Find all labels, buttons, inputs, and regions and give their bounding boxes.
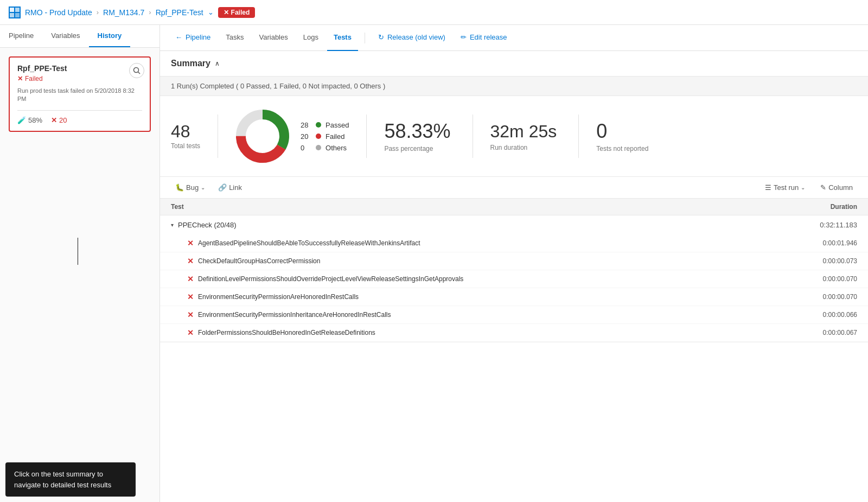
pass-pct-block: 58.33% Pass percentage	[384, 120, 472, 152]
svg-point-4	[134, 68, 139, 73]
collapse-icon[interactable]: ∧	[215, 60, 220, 67]
legend-others: 0 Others	[301, 144, 349, 152]
back-arrow-icon: ←	[175, 33, 182, 41]
test-group: ▾ PPECheck (20/48) 0:32:11.183 ✕ AgentBa…	[160, 215, 868, 342]
others-label: Others	[326, 144, 347, 152]
svg-rect-0	[10, 8, 14, 12]
nav-logs[interactable]: Logs	[297, 25, 325, 51]
summary-title: Summary	[171, 59, 210, 68]
test-item-duration-0: 0:00:01.946	[781, 239, 857, 247]
svg-rect-3	[15, 13, 20, 17]
run-duration-label: Run duration	[490, 144, 528, 151]
test-item-row[interactable]: ✕ DefinitionLevelPermissionsShouldOverri…	[160, 270, 868, 288]
toolbar-right: ☰ Test run ⌄ ✎ Column	[761, 181, 857, 194]
test-item-name-3: EnvironmentSecurityPermissionAreHonoredI…	[198, 293, 781, 301]
summary-header: Summary ∧	[160, 51, 868, 77]
test-table-header: Test Duration	[160, 199, 868, 215]
sidebar-content: Rpf_PPE-Test ✕ Failed Run prod tests tas…	[0, 48, 159, 502]
svg-rect-1	[15, 8, 20, 12]
test-item-row[interactable]: ✕ EnvironmentSecurityPermissionInheritan…	[160, 306, 868, 324]
test-group-row[interactable]: ▾ PPECheck (20/48) 0:32:11.183	[160, 215, 868, 234]
tooltip-text: Click on the test summary to navigate to…	[14, 470, 111, 489]
column-button[interactable]: ✎ Column	[816, 181, 857, 194]
nav-edit-release[interactable]: ✏ Edit release	[454, 25, 514, 51]
stage-footer: 🧪 58% ✕ 20	[17, 110, 142, 124]
nav-tests[interactable]: Tests	[327, 25, 358, 51]
sidebar-tab-pipeline[interactable]: Pipeline	[0, 25, 42, 47]
sidebar: Pipeline Variables History Rpf_PPE-Test …	[0, 25, 160, 502]
svg-point-9	[246, 120, 279, 152]
run-duration-block: 32m 25s Run duration	[490, 122, 579, 151]
app-logo	[9, 7, 21, 18]
sidebar-tab-history[interactable]: History	[89, 25, 131, 47]
stage-desc: Run prod tests task failed on 5/20/2018 …	[17, 87, 142, 104]
table-toolbar: 🐛 Bug ⌄ 🔗 Link ☰ Test run ⌄	[160, 177, 868, 199]
group-chevron-icon: ▾	[171, 222, 174, 228]
not-reported-label: Tests not reported	[596, 145, 648, 152]
sidebar-tabs: Pipeline Variables History	[0, 25, 159, 48]
tooltip-box: Click on the test summary to navigate to…	[5, 462, 136, 497]
test-item-duration-3: 0:00:00.070	[781, 293, 857, 301]
test-item-row[interactable]: ✕ CheckDefaultGroupHasCorrectPermission …	[160, 252, 868, 270]
test-item-name-5: FolderPermissionsShouldBeHonoredInGetRel…	[198, 329, 781, 336]
test-item-duration-4: 0:00:00.066	[781, 311, 857, 319]
others-dot	[316, 145, 321, 150]
test-run-dropdown-icon: ⌄	[801, 185, 805, 190]
col-duration-header: Duration	[781, 203, 857, 211]
stage-status: ✕ Failed	[17, 75, 142, 82]
legend-failed: 20 Failed	[301, 132, 349, 141]
stage-dropdown-icon[interactable]: ⌄	[208, 8, 214, 16]
test-item-row[interactable]: ✕ EnvironmentSecurityPermissionAreHonore…	[160, 288, 868, 306]
breadcrumb-sep2: ›	[149, 8, 151, 16]
tooltip-connector	[78, 238, 78, 265]
nav-variables[interactable]: Variables	[253, 25, 295, 51]
status-text: Failed	[231, 9, 250, 16]
test-item-name-2: DefinitionLevelPermissionsShouldOverride…	[198, 275, 781, 283]
flask-icon: 🧪	[17, 116, 26, 124]
nav-release-old[interactable]: ↻ Release (old view)	[372, 25, 452, 51]
stage-card[interactable]: Rpf_PPE-Test ✕ Failed Run prod tests tas…	[9, 56, 151, 132]
run-duration-number: 32m 25s	[490, 122, 557, 142]
stage-name[interactable]: Rpf_PPE-Test	[156, 8, 203, 17]
not-reported-number: 0	[596, 120, 607, 143]
total-tests-block: 48 Total tests	[171, 123, 218, 150]
nav-bar: ← Pipeline Tasks Variables Logs Tests ↻ …	[160, 25, 868, 51]
failed-count: 20	[301, 132, 311, 141]
donut-chart	[235, 109, 290, 163]
project-name[interactable]: RMO - Prod Update	[25, 8, 92, 17]
pass-pct-number: 58.33%	[384, 120, 450, 143]
sidebar-tab-variables[interactable]: Variables	[42, 25, 88, 47]
legend-passed: 28 Passed	[301, 121, 349, 129]
nav-tasks[interactable]: Tasks	[219, 25, 250, 51]
not-reported-block: 0 Tests not reported	[596, 120, 666, 152]
test-item-row[interactable]: ✕ FolderPermissionsShouldBeHonoredInGetR…	[160, 324, 868, 342]
bug-button[interactable]: 🐛 Bug ⌄	[171, 181, 209, 194]
donut-chart-container: 28 Passed 20 Failed 0 Others	[235, 109, 366, 163]
edit-icon: ✏	[461, 33, 467, 41]
fail-icon-0: ✕	[187, 239, 194, 247]
test-item-row[interactable]: ✕ AgentBasedPipelineShouldBeAbleToSucces…	[160, 234, 868, 252]
donut-legend: 28 Passed 20 Failed 0 Others	[301, 121, 349, 152]
stage-pass-pct: 🧪 58%	[17, 116, 42, 124]
stat-divider-3	[473, 115, 473, 158]
nav-back[interactable]: ← Pipeline	[169, 25, 217, 51]
content-area: Summary ∧ 1 Run(s) Completed ( 0 Passed,…	[160, 51, 868, 502]
test-run-button[interactable]: ☰ Test run ⌄	[761, 181, 809, 194]
pass-pct-label: Pass percentage	[384, 145, 433, 152]
test-item-name-1: CheckDefaultGroupHasCorrectPermission	[198, 257, 781, 265]
fail-icon-3: ✕	[187, 293, 194, 301]
pipeline-name[interactable]: RM_M134.7	[103, 8, 144, 17]
runs-bar: 1 Run(s) Completed ( 0 Passed, 1 Failed,…	[160, 77, 868, 96]
search-button[interactable]	[129, 63, 144, 78]
link-button[interactable]: 🔗 Link	[214, 181, 246, 194]
total-tests-number: 48	[171, 123, 190, 140]
svg-rect-2	[10, 13, 14, 17]
col-test-header: Test	[171, 203, 781, 211]
stat-divider-2	[366, 115, 367, 158]
total-tests-label: Total tests	[171, 142, 200, 150]
fail-icon-4: ✕	[187, 310, 194, 319]
bug-dropdown-icon: ⌄	[201, 185, 205, 190]
fail-icon-2: ✕	[187, 275, 194, 283]
link-icon: 🔗	[218, 183, 227, 192]
failed-label: Failed	[25, 75, 43, 82]
